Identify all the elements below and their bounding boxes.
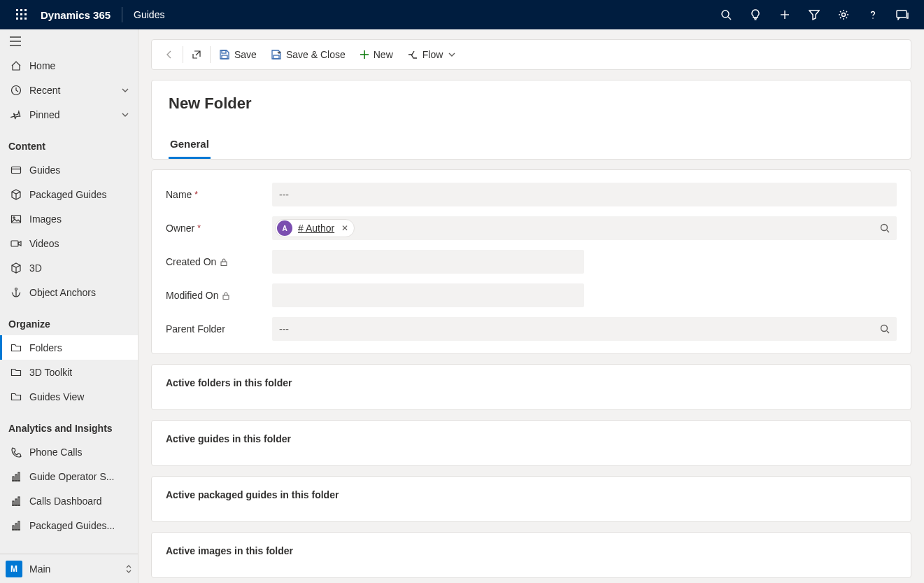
sidebar-item-label: Videos — [29, 238, 59, 249]
sidebar-scroll[interactable]: Home Recent Pinned Content Guides Packag… — [0, 29, 138, 554]
filter-button[interactable] — [799, 0, 829, 29]
parentfolder-lookup[interactable]: --- — [272, 317, 897, 341]
cube-icon — [8, 262, 24, 274]
arrow-left-icon — [164, 50, 174, 59]
lightbulb-icon — [750, 9, 761, 20]
save-close-button[interactable]: Save & Close — [264, 40, 353, 69]
sidebar-item-folders[interactable]: Folders — [0, 335, 138, 360]
svg-rect-5 — [24, 13, 27, 15]
funnel-icon — [809, 9, 820, 20]
svg-point-13 — [842, 13, 846, 17]
sidebar-item-3d-toolkit[interactable]: 3D Toolkit — [0, 360, 138, 384]
required-marker: * — [194, 190, 198, 199]
section-title: Active guides in this folder — [166, 433, 897, 444]
open-new-window-button[interactable] — [185, 40, 208, 69]
sidebar-item-object-anchors[interactable]: Object Anchors — [0, 280, 138, 304]
chevron-down-icon — [121, 86, 129, 94]
form-row-createdon: Created On — [166, 250, 897, 274]
flow-button[interactable]: Flow — [400, 40, 463, 69]
svg-rect-6 — [16, 17, 18, 20]
new-button[interactable] — [770, 0, 799, 29]
sidebar-item-3d[interactable]: 3D — [0, 255, 138, 280]
svg-rect-40 — [222, 55, 227, 59]
svg-rect-0 — [16, 9, 18, 11]
save-close-icon — [271, 49, 282, 60]
svg-rect-41 — [273, 55, 279, 59]
clock-icon — [8, 85, 24, 96]
svg-rect-46 — [221, 262, 227, 266]
avatar: A — [277, 220, 292, 236]
sidebar-item-packaged-guides[interactable]: Packaged Guides — [0, 182, 138, 206]
form-row-modifiedon: Modified On — [166, 283, 897, 307]
save-button[interactable]: Save — [212, 40, 264, 69]
owner-chip-name: # Author — [298, 223, 334, 234]
assistant-button[interactable] — [741, 0, 770, 29]
chat-button[interactable] — [888, 0, 917, 29]
sidebar-item-home[interactable]: Home — [0, 53, 138, 78]
sidebar-item-images[interactable]: Images — [0, 206, 138, 231]
sidebar-item-label: Guides — [29, 164, 60, 176]
lookup-search-button[interactable] — [880, 324, 890, 334]
chevron-updown-icon — [125, 564, 132, 574]
sidebar-item-guide-operator[interactable]: Guide Operator S... — [0, 464, 138, 489]
area-switcher[interactable]: M Main — [0, 554, 138, 583]
sidebar-item-guides[interactable]: Guides — [0, 157, 138, 182]
search-button[interactable] — [711, 0, 741, 29]
tab-general[interactable]: General — [169, 134, 211, 159]
back-button[interactable] — [157, 40, 181, 69]
sidebar-item-label: Object Anchors — [29, 287, 96, 298]
sidebar-item-recent[interactable]: Recent — [0, 78, 138, 102]
app-name[interactable]: Guides — [122, 9, 164, 20]
svg-rect-2 — [24, 9, 27, 11]
owner-chip[interactable]: A # Author ✕ — [275, 219, 355, 237]
subgrid-active-images: Active images in this folder — [151, 532, 911, 578]
settings-button[interactable] — [829, 0, 858, 29]
phone-icon — [8, 447, 24, 458]
video-icon — [8, 238, 24, 249]
area-badge: M — [6, 561, 22, 577]
sidebar-item-videos[interactable]: Videos — [0, 231, 138, 255]
required-marker: * — [197, 223, 201, 233]
save-label: Save — [234, 49, 257, 60]
new-record-button[interactable]: New — [353, 40, 400, 69]
sidebar-item-label: Calls Dashboard — [29, 496, 102, 507]
svg-rect-1 — [20, 9, 22, 11]
parentfolder-label: Parent Folder — [166, 323, 272, 335]
sidebar-item-calls-dashboard[interactable]: Calls Dashboard — [0, 489, 138, 513]
modifiedon-input — [272, 283, 584, 307]
sidebar-item-label: Guide Operator S... — [29, 471, 114, 482]
brand-label[interactable]: Dynamics 365 — [36, 9, 122, 21]
svg-point-44 — [881, 225, 888, 231]
svg-line-10 — [728, 17, 731, 20]
sidebar-item-packaged-guides-dash[interactable]: Packaged Guides... — [0, 513, 138, 538]
help-button[interactable] — [858, 0, 888, 29]
sidebar-item-guides-view[interactable]: Guides View — [0, 384, 138, 409]
page-title: New Folder — [169, 94, 894, 113]
sidebar-group-analytics: Analytics and Insights — [0, 409, 138, 440]
section-title: Active packaged guides in this folder — [166, 489, 897, 500]
name-input[interactable]: --- — [272, 183, 897, 206]
owner-chip-remove[interactable]: ✕ — [340, 223, 350, 233]
main-area[interactable]: Save Save & Close New Flow New Folder Ge… — [138, 29, 924, 583]
search-icon — [880, 324, 890, 334]
sidebar-item-label: Phone Calls — [29, 447, 83, 458]
area-name: Main — [29, 563, 50, 575]
anchor-icon — [8, 287, 24, 298]
owner-lookup[interactable]: A # Author ✕ — [272, 216, 897, 240]
sidebar-item-label: Packaged Guides — [29, 189, 107, 200]
svg-point-48 — [881, 325, 888, 332]
image-icon — [8, 213, 24, 225]
sidebar-item-label: 3D Toolkit — [29, 367, 72, 378]
home-icon — [8, 60, 24, 71]
help-icon — [867, 9, 879, 20]
form-row-parentfolder: Parent Folder --- — [166, 317, 897, 341]
sidebar-item-pinned[interactable]: Pinned — [0, 102, 138, 127]
lookup-search-button[interactable] — [880, 223, 890, 233]
form-row-owner: Owner * A # Author ✕ — [166, 216, 897, 240]
search-icon — [720, 9, 732, 20]
svg-rect-20 — [12, 167, 21, 173]
sidebar-item-phone-calls[interactable]: Phone Calls — [0, 440, 138, 464]
app-launcher-button[interactable] — [7, 0, 36, 29]
form-card: Name * --- Owner * A # Author ✕ — [151, 169, 911, 354]
sidebar-collapse-button[interactable] — [0, 29, 138, 53]
